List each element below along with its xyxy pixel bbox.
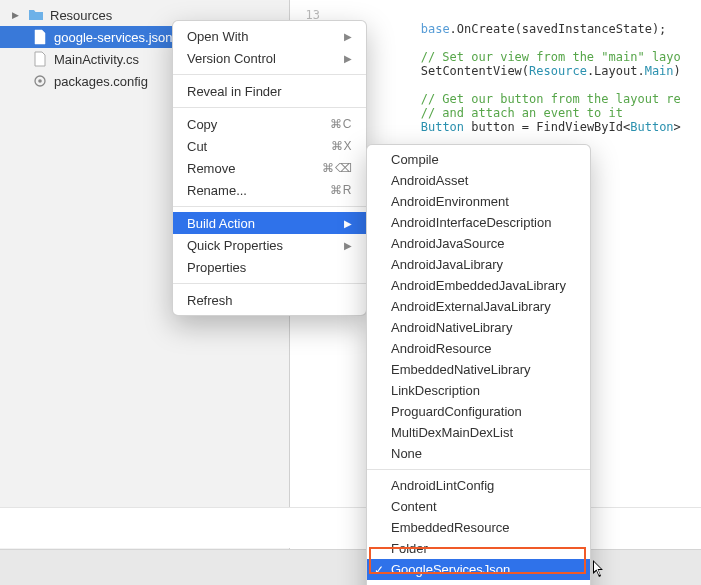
menu-item-label: Build Action [187,216,255,231]
submenu-item-label: LinkDescription [391,383,480,398]
line-text: // Set our view from the "main" layo [334,50,681,64]
menu-item-label: Rename... [187,183,247,198]
check-icon: ✓ [374,563,384,577]
tree-label: MainActivity.cs [54,52,139,67]
menu-item-label: Properties [187,260,246,275]
menu-shortcut: ⌘⌫ [322,161,352,175]
cursor-icon [593,560,607,578]
submenu-item-label: None [391,446,422,461]
submenu-item-proguardconfiguration[interactable]: ProguardConfiguration [367,401,590,422]
chevron-right-icon: ▶ [344,240,352,251]
tree-label: google-services.json [54,30,173,45]
menu-item-properties[interactable]: Properties [173,256,366,278]
menu-item-label: Remove [187,161,235,176]
menu-item-version-control[interactable]: Version Control▶ [173,47,366,69]
submenu-item-label: AndroidJavaSource [391,236,504,251]
submenu-item-androidembeddedjavalibrary[interactable]: AndroidEmbeddedJavaLibrary [367,275,590,296]
submenu-item-label: AndroidResource [391,341,491,356]
submenu-item-androidresource[interactable]: AndroidResource [367,338,590,359]
submenu-item-linkdescription[interactable]: LinkDescription [367,380,590,401]
chevron-right-icon: ▶ [344,53,352,64]
menu-separator [173,74,366,75]
file-icon [32,29,48,45]
menu-item-refresh[interactable]: Refresh [173,289,366,311]
menu-item-cut[interactable]: Cut⌘X [173,135,366,157]
menu-separator [367,469,590,470]
line-text: // and attach an event to it [334,106,623,120]
submenu-item-embeddedresource[interactable]: EmbeddedResource [367,517,590,538]
chevron-right-icon: ▶ [12,10,22,20]
line-text: // Get our button from the layout re [334,92,681,106]
line-text: Button button = FindViewById<Button> [334,120,681,134]
submenu-item-folder[interactable]: Folder [367,538,590,559]
submenu-item-label: AndroidInterfaceDescription [391,215,551,230]
context-menu: Open With▶Version Control▶Reveal in Find… [172,20,367,316]
submenu-item-androidlintconfig[interactable]: AndroidLintConfig [367,475,590,496]
menu-item-label: Cut [187,139,207,154]
line-text: base.OnCreate(savedInstanceState); [334,22,666,36]
submenu-item-label: Compile [391,152,439,167]
menu-item-reveal-in-finder[interactable]: Reveal in Finder [173,80,366,102]
submenu-item-androidnativelibrary[interactable]: AndroidNativeLibrary [367,317,590,338]
submenu-item-androidexternaljavalibrary[interactable]: AndroidExternalJavaLibrary [367,296,590,317]
submenu-item-multidexmaindexlist[interactable]: MultiDexMainDexList [367,422,590,443]
submenu-item-content[interactable]: Content [367,496,590,517]
submenu-item-label: AndroidNativeLibrary [391,320,512,335]
line-text: SetContentView(Resource.Layout.Main) [334,64,681,78]
svg-point-1 [38,79,42,83]
menu-separator [173,283,366,284]
build-action-submenu: CompileAndroidAssetAndroidEnvironmentAnd… [366,144,591,585]
menu-item-rename-[interactable]: Rename...⌘R [173,179,366,201]
submenu-item-label: GoogleServicesJson [391,562,510,577]
menu-item-label: Open With [187,29,248,44]
submenu-item-label: AndroidLintConfig [391,478,494,493]
submenu-item-label: AndroidAsset [391,173,468,188]
submenu-item-none[interactable]: None [367,443,590,464]
menu-shortcut: ⌘X [331,139,352,153]
submenu-item-label: MultiDexMainDexList [391,425,513,440]
menu-shortcut: ⌘C [330,117,352,131]
menu-item-label: Copy [187,117,217,132]
submenu-item-compile[interactable]: Compile [367,149,590,170]
submenu-item-label: ProguardConfiguration [391,404,522,419]
menu-separator [173,107,366,108]
menu-item-remove[interactable]: Remove⌘⌫ [173,157,366,179]
submenu-item-label: Folder [391,541,428,556]
file-icon [32,51,48,67]
menu-item-label: Version Control [187,51,276,66]
submenu-item-label: AndroidJavaLibrary [391,257,503,272]
menu-item-label: Quick Properties [187,238,283,253]
menu-item-open-with[interactable]: Open With▶ [173,25,366,47]
submenu-item-label: AndroidExternalJavaLibrary [391,299,551,314]
menu-item-build-action[interactable]: Build Action▶ [173,212,366,234]
tree-label: Resources [50,8,112,23]
menu-item-label: Reveal in Finder [187,84,282,99]
submenu-item-androidjavasource[interactable]: AndroidJavaSource [367,233,590,254]
gear-icon [32,73,48,89]
menu-item-copy[interactable]: Copy⌘C [173,113,366,135]
menu-shortcut: ⌘R [330,183,352,197]
submenu-item-embeddednativelibrary[interactable]: EmbeddedNativeLibrary [367,359,590,380]
bottom-panel [0,508,701,548]
menu-item-label: Refresh [187,293,233,308]
menu-separator [173,206,366,207]
submenu-item-label: Content [391,499,437,514]
menu-item-quick-properties[interactable]: Quick Properties▶ [173,234,366,256]
submenu-item-projectreference[interactable]: ProjectReference [367,580,590,585]
submenu-item-googleservicesjson[interactable]: ✓GoogleServicesJson [367,559,590,580]
folder-icon [28,7,44,23]
submenu-item-label: AndroidEnvironment [391,194,509,209]
submenu-item-androidjavalibrary[interactable]: AndroidJavaLibrary [367,254,590,275]
submenu-item-label: EmbeddedResource [391,520,510,535]
submenu-item-label: EmbeddedNativeLibrary [391,362,530,377]
submenu-item-androidasset[interactable]: AndroidAsset [367,170,590,191]
chevron-right-icon: ▶ [344,218,352,229]
submenu-item-label: AndroidEmbeddedJavaLibrary [391,278,566,293]
submenu-item-androidenvironment[interactable]: AndroidEnvironment [367,191,590,212]
tree-label: packages.config [54,74,148,89]
submenu-item-androidinterfacedescription[interactable]: AndroidInterfaceDescription [367,212,590,233]
chevron-right-icon: ▶ [344,31,352,42]
